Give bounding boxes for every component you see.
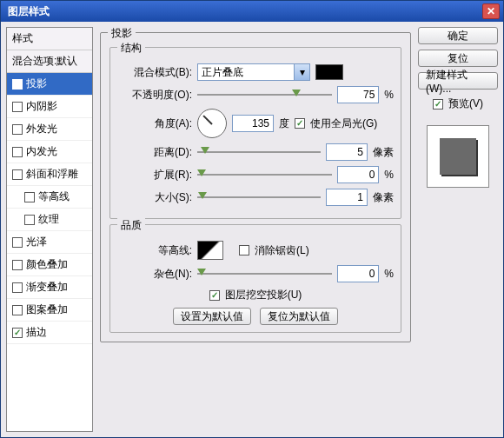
style-label: 图案叠加 [26,302,68,317]
spread-input[interactable] [337,166,379,183]
quality-legend: 品质 [117,218,145,233]
panel-title: 投影 [108,26,136,41]
opacity-input[interactable] [337,86,379,103]
angle-label: 角度(A): [117,116,192,131]
style-item-10[interactable]: 图案叠加 [7,299,92,322]
knockout-label: 图层挖空投影(U) [225,288,302,302]
style-checkbox[interactable] [12,305,23,315]
ok-button[interactable]: 确定 [418,27,498,44]
style-checkbox[interactable] [12,147,23,157]
spread-label: 扩展(R): [117,168,192,182]
style-item-1[interactable]: 内阴影 [7,96,92,118]
preview-checkbox[interactable] [433,99,443,110]
style-label: 外发光 [26,122,57,136]
style-item-9[interactable]: 渐变叠加 [7,276,92,299]
size-label: 大小(S): [117,190,192,205]
preview-swatch [440,138,476,175]
preview-label: 预览(V) [448,96,483,111]
opacity-label: 不透明度(O): [117,88,192,103]
style-item-4[interactable]: 斜面和浮雕 [7,163,92,186]
style-checkbox[interactable] [12,79,23,90]
style-item-6[interactable]: 纹理 [7,209,92,231]
angle-input[interactable] [232,115,274,132]
contour-label: 等高线: [117,243,192,258]
style-item-8[interactable]: 颜色叠加 [7,254,92,276]
antialias-checkbox[interactable] [239,245,249,256]
style-label: 内发光 [26,144,57,159]
angle-dial[interactable] [197,109,227,138]
style-checkbox[interactable] [12,260,23,270]
dialog-body: 样式 混合选项:默认 投影内阴影外发光内发光斜面和浮雕等高线纹理光泽颜色叠加渐变… [1,22,503,437]
style-label: 斜面和浮雕 [26,167,78,182]
chevron-down-icon: ▾ [294,64,309,80]
style-item-3[interactable]: 内发光 [7,141,92,163]
shadow-color-swatch[interactable] [315,64,343,80]
contour-picker[interactable] [197,241,223,260]
style-label: 内阴影 [26,99,57,114]
style-checkbox[interactable] [12,102,23,112]
style-label: 等高线 [38,189,70,204]
style-label: 渐变叠加 [26,280,68,295]
style-label: 颜色叠加 [26,257,68,272]
style-label: 纹理 [38,212,59,227]
blend-mode-label: 混合模式(B): [117,65,192,80]
style-item-5[interactable]: 等高线 [7,186,92,209]
styles-list: 样式 混合选项:默认 投影内阴影外发光内发光斜面和浮雕等高线纹理光泽颜色叠加渐变… [6,27,93,432]
opacity-slider[interactable] [197,89,332,101]
global-light-label: 使用全局光(G) [310,116,377,131]
style-label: 光泽 [26,235,47,249]
angle-unit: 度 [279,116,289,131]
style-checkbox[interactable] [12,237,23,248]
panel-fieldset: 投影 结构 混合模式(B): 正片叠底 ▾ 不透明度(O): [100,32,411,342]
layer-style-dialog: 图层样式 ✕ 样式 混合选项:默认 投影内阴影外发光内发光斜面和浮雕等高线纹理光… [0,0,504,438]
blend-mode-select[interactable]: 正片叠底 ▾ [197,63,310,81]
style-item-2[interactable]: 外发光 [7,118,92,141]
styles-header: 样式 [7,28,92,50]
new-style-button[interactable]: 新建样式(W)... [418,72,498,90]
structure-legend: 结构 [117,41,145,56]
cancel-button[interactable]: 复位 [418,50,498,67]
style-label: 投影 [26,76,47,91]
noise-input[interactable] [337,265,379,282]
size-input[interactable] [326,189,368,206]
noise-label: 杂色(N): [117,267,192,282]
style-item-0[interactable]: 投影 [7,73,92,96]
style-checkbox[interactable] [24,192,35,202]
knockout-checkbox[interactable] [209,290,220,301]
noise-unit: % [384,268,394,280]
style-item-11[interactable]: 描边 [7,322,92,344]
distance-label: 距离(D): [117,145,192,160]
close-icon: ✕ [487,5,495,17]
style-checkbox[interactable] [12,169,23,180]
noise-slider[interactable] [197,268,332,280]
structure-group: 结构 混合模式(B): 正片叠底 ▾ 不透明度(O): % [109,47,401,219]
style-checkbox[interactable] [12,328,23,338]
right-buttons: 确定 复位 新建样式(W)... 预览(V) [418,27,498,432]
style-checkbox[interactable] [12,282,23,293]
preview-box [427,125,489,188]
size-slider[interactable] [197,191,321,203]
style-checkbox[interactable] [12,124,23,135]
distance-slider[interactable] [197,146,321,158]
titlebar: 图层样式 ✕ [1,1,503,22]
blend-options-row[interactable]: 混合选项:默认 [7,50,92,73]
opacity-unit: % [384,89,394,101]
spread-slider[interactable] [197,169,332,181]
blend-mode-value: 正片叠底 [202,65,243,80]
style-checkbox[interactable] [24,215,35,225]
reset-default-button[interactable]: 复位为默认值 [260,308,338,325]
spread-unit: % [384,169,394,181]
style-item-7[interactable]: 光泽 [7,231,92,254]
style-label: 描边 [26,325,47,340]
distance-input[interactable] [326,143,368,161]
quality-group: 品质 等高线: 消除锯齿(L) 杂色(N): % [109,224,401,333]
window-title: 图层样式 [4,4,482,19]
make-default-button[interactable]: 设置为默认值 [173,308,251,325]
close-button[interactable]: ✕ [482,3,500,19]
distance-unit: 像素 [373,145,394,160]
size-unit: 像素 [373,190,394,205]
global-light-checkbox[interactable] [295,118,305,129]
options-panel: 投影 结构 混合模式(B): 正片叠底 ▾ 不透明度(O): [100,27,411,432]
antialias-label: 消除锯齿(L) [255,243,309,258]
